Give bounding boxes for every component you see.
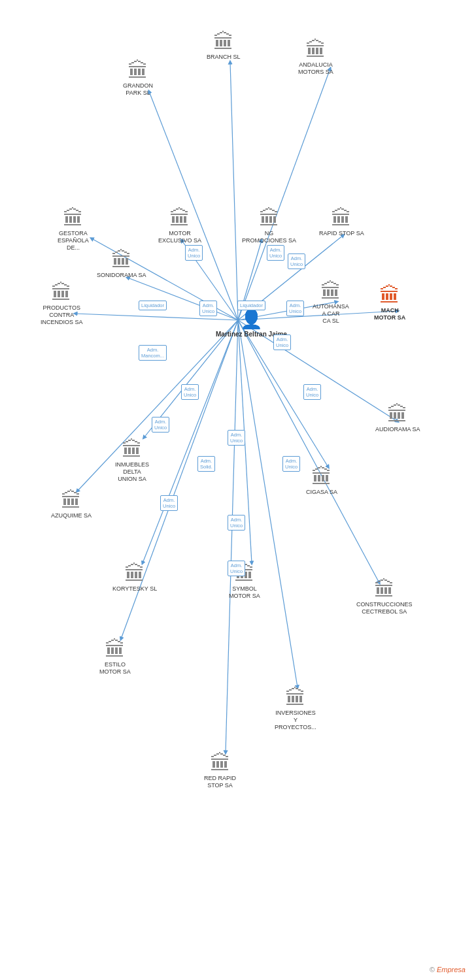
svg-line-20 bbox=[226, 320, 238, 753]
node-motor-exclusivo: 🏛 MOTOREXCLUSIVO SA bbox=[158, 208, 201, 244]
copyright-symbol: © bbox=[430, 966, 437, 973]
building-icon: 🏛 bbox=[305, 39, 326, 60]
building-icon: 🏛 bbox=[63, 208, 84, 229]
node-label-grandon-park: GRANDONPARK SL bbox=[123, 82, 153, 97]
node-ng-promociones: 🏛 NGPROMOCIONES SA bbox=[242, 208, 296, 244]
role-badge-2: Adm.Unico bbox=[267, 245, 284, 261]
role-badge-10: Adm.Unico bbox=[303, 384, 321, 400]
node-label-audiorama: AUDIORAMA SA bbox=[375, 426, 420, 433]
node-label-autohansa: AUTOHANSAA CARCA SL bbox=[313, 303, 349, 324]
building-icon-red: 🏛 bbox=[379, 285, 400, 306]
building-icon: 🏛 bbox=[124, 563, 145, 584]
node-rapid-stop: 🏛 RAPID STOP SA bbox=[319, 208, 364, 237]
node-label-red-rapid-stop: RED RAPIDSTOP SA bbox=[204, 775, 236, 789]
building-icon: 🏛 bbox=[210, 753, 231, 774]
node-label-azuquime: AZUQUIME SA bbox=[51, 512, 92, 519]
node-label-sonidorama: SONIDORAMA SA bbox=[97, 272, 146, 279]
node-label-symbol-motor: SYMBOLMOTOR SA bbox=[229, 585, 260, 600]
building-icon: 🏛 bbox=[105, 639, 126, 660]
building-icon: 🏛 bbox=[374, 579, 395, 600]
building-icon: 🏛 bbox=[387, 404, 408, 425]
role-badge-17: Adm.Unico bbox=[228, 515, 245, 531]
node-grandon-park: 🏛 GRANDONPARK SL bbox=[123, 60, 153, 97]
building-icon: 🏛 bbox=[51, 282, 72, 303]
node-label-ng-promociones: NGPROMOCIONES SA bbox=[242, 230, 296, 244]
building-icon: 🏛 bbox=[320, 281, 341, 302]
node-label-rapid-stop: RAPID STOP SA bbox=[319, 230, 364, 237]
node-inversiones: 🏛 INVERSIONESYPROYECTOS... bbox=[275, 687, 316, 730]
role-badge-7: Adm.Unico bbox=[288, 253, 305, 269]
node-sonidorama: 🏛 SONIDORAMA SA bbox=[97, 250, 146, 279]
role-badge-8: Adm.Mancom... bbox=[139, 345, 167, 361]
node-estilo-motor: 🏛 ESTILOMOTOR SA bbox=[99, 639, 131, 676]
node-label-korytesky: KORYTESKY SL bbox=[112, 585, 157, 593]
building-icon: 🏛 bbox=[61, 490, 82, 511]
node-label-productos-contra: PRODUCTOSCONTRAINCENDIOS SA bbox=[41, 304, 83, 325]
role-badge-16: Adm.Unico bbox=[160, 495, 178, 511]
brand-name: Empresa bbox=[437, 966, 466, 973]
role-badge-18: Adm.Unico bbox=[228, 561, 245, 576]
node-label-andalucia-motors: ANDALUCIAMOTORS SA bbox=[298, 61, 333, 76]
role-badge-14: Adm.Solid. bbox=[197, 456, 215, 472]
node-audiorama: 🏛 AUDIORAMA SA bbox=[375, 404, 420, 433]
role-badge-4: Adm.Unico bbox=[199, 301, 217, 316]
node-andalucia-motors: 🏛 ANDALUCIAMOTORS SA bbox=[298, 39, 333, 76]
node-label-branch-sl: BRANCH SL bbox=[207, 54, 241, 61]
node-label-construcciones: CONSTRUCCIONESCECTREBOL SA bbox=[356, 601, 413, 615]
role-badge-15: Adm.Unico bbox=[282, 456, 300, 472]
role-badge-9: Adm.Unico bbox=[273, 335, 291, 350]
building-icon: 🏛 bbox=[122, 439, 143, 460]
building-icon: 🏛 bbox=[169, 208, 190, 229]
role-badge-6: Liquidador bbox=[237, 301, 265, 310]
node-productos-contra: 🏛 PRODUCTOSCONTRAINCENDIOS SA bbox=[41, 282, 83, 325]
footer: © Empresa bbox=[430, 966, 466, 973]
node-label-cigasa: CIGASA SA bbox=[306, 489, 337, 496]
role-badge-11: Adm.Unico bbox=[181, 384, 199, 400]
svg-line-0 bbox=[230, 62, 238, 320]
node-red-rapid-stop: 🏛 RED RAPIDSTOP SA bbox=[204, 753, 236, 789]
svg-line-2 bbox=[149, 91, 238, 320]
node-construcciones: 🏛 CONSTRUCCIONESCECTREBOL SA bbox=[356, 579, 413, 615]
node-gestora: 🏛 GESTORAESPAÑOLADE... bbox=[58, 208, 89, 251]
node-label-inmuebles-delta: INMUEBLESDELTAUNION SA bbox=[115, 461, 149, 482]
node-label-gestora: GESTORAESPAÑOLADE... bbox=[58, 230, 89, 251]
role-badge-13: Adm.Unico bbox=[228, 430, 245, 446]
node-label-motor-exclusivo: MOTOREXCLUSIVO SA bbox=[158, 230, 201, 244]
node-inmuebles-delta: 🏛 INMUEBLESDELTAUNION SA bbox=[115, 439, 149, 482]
building-icon: 🏛 bbox=[259, 208, 280, 229]
role-badge-3: Adm.Unico bbox=[286, 301, 304, 316]
node-mach-motor: 🏛 MACHMOTOR SA bbox=[374, 285, 405, 321]
building-icon: 🏛 bbox=[128, 60, 148, 81]
building-icon: 🏛 bbox=[285, 687, 306, 708]
node-cigasa: 🏛 CIGASA SA bbox=[306, 466, 337, 496]
building-icon: 🏛 bbox=[331, 208, 352, 229]
node-korytesky: 🏛 KORYTESKY SL bbox=[112, 563, 157, 593]
building-icon: 🏛 bbox=[311, 466, 332, 487]
node-branch-sl: 🏛 BRANCH SL bbox=[207, 31, 241, 61]
role-badge-1: Adm.Unico bbox=[185, 245, 203, 261]
node-autohansa: 🏛 AUTOHANSAA CARCA SL bbox=[313, 281, 349, 324]
building-icon: 🏛 bbox=[213, 31, 234, 52]
node-label-inversiones: INVERSIONESYPROYECTOS... bbox=[275, 710, 316, 730]
person-icon: 👤 bbox=[240, 308, 263, 330]
node-label-mach-motor: MACHMOTOR SA bbox=[374, 307, 405, 321]
building-icon: 🏛 bbox=[111, 250, 132, 270]
role-badge-12: Adm.Unico bbox=[152, 417, 169, 433]
node-azuquime: 🏛 AZUQUIME SA bbox=[51, 490, 92, 519]
role-badge-5: Liquidador bbox=[139, 301, 167, 310]
node-label-estilo-motor: ESTILOMOTOR SA bbox=[99, 661, 131, 676]
